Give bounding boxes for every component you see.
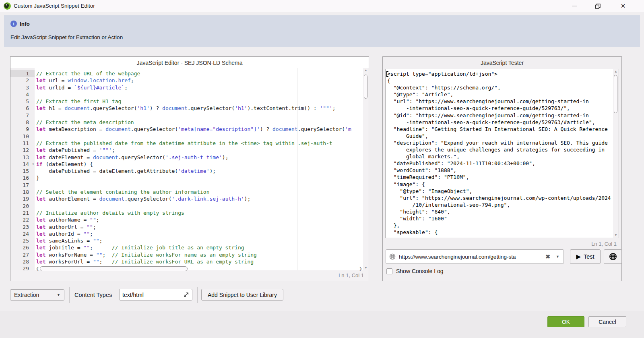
code-line: let dateElement = document.querySelector… [36, 154, 363, 161]
scroll-left-icon[interactable]: ❮ [35, 267, 40, 271]
globe-icon [389, 253, 396, 260]
gutter-line-number: 8 [10, 119, 35, 126]
gutter-line-number: 15 [10, 168, 35, 174]
code-line: let datePublished = '""'; [36, 147, 363, 153]
code-line: // Extract the first H1 tag [36, 98, 363, 105]
clear-url-icon[interactable]: ✖ [545, 253, 550, 260]
show-console-log-row: Show Console Log [386, 268, 444, 274]
chevron-down-icon: ▼ [57, 293, 60, 297]
gutter-line-number: 23 [10, 224, 35, 230]
gutter-line-number: 19 [10, 195, 35, 202]
code-line: let jobTitle = ""; // Initialize job tit… [36, 244, 363, 251]
editor-horizontal-scrollbar[interactable]: ❮ ❯ [35, 265, 363, 272]
show-console-log-label: Show Console Log [396, 268, 444, 274]
scroll-right-icon[interactable]: ❯ [358, 267, 363, 271]
code-line: // Initialize author details with empty … [36, 209, 363, 216]
minimize-button[interactable] [567, 0, 582, 12]
code-line [36, 133, 363, 140]
app-icon [3, 2, 11, 10]
scroll-up-icon[interactable]: ▲ [363, 68, 369, 73]
scroll-down-icon[interactable]: ▼ [363, 265, 369, 270]
cancel-button[interactable]: Cancel [588, 316, 626, 327]
editor-caret-position: Ln 1, Col 1 [339, 272, 364, 278]
code-line: // Select the element containing the aut… [36, 189, 363, 195]
gutter-line-number: 29 [10, 265, 35, 270]
gutter-line-number: 6 [10, 105, 35, 112]
code-line: let authorElement = document.querySelect… [36, 195, 363, 202]
restore-icon [595, 4, 601, 9]
titlebar: Custom JavaScript Snippet Editor ✕ [0, 0, 644, 12]
code-line: if (dateElement) { [36, 161, 363, 168]
code-line: let worksForName = ""; // Initialize wor… [36, 251, 363, 258]
close-button[interactable]: ✕ [614, 0, 632, 12]
ok-button-label: OK [562, 319, 570, 325]
javascript-editor-panel: JavaScript Editor - SEJ JSON-LD Schema 1… [10, 56, 369, 281]
editor-code-area[interactable]: // Extract the URL of the webpagelet url… [35, 68, 363, 270]
editor-vscroll-thumb[interactable] [364, 75, 367, 99]
code-line: let authorUrl = ""; [36, 224, 363, 230]
play-icon: ▶ [576, 253, 581, 260]
gutter-line-number: 22 [10, 216, 35, 223]
fold-marker-icon[interactable]: ▾ [32, 161, 34, 168]
window-title: Custom JavaScript Snippet Editor [14, 0, 95, 12]
javascript-tester-panel: JavaScript Tester <script type="applicat… [382, 56, 622, 281]
scroll-up-icon[interactable]: ▲ [613, 69, 619, 74]
tester-output-area[interactable]: <script type="application/ld+json"> { "@… [385, 69, 619, 238]
editor-status-bar: Ln 1, Col 1 [10, 270, 369, 281]
ok-button[interactable]: OK [547, 316, 584, 327]
code-line: // Extract the URL of the webpage [36, 70, 363, 77]
code-line: let sameAsLinks = ""; [36, 237, 363, 244]
gutter-line-number: 14▾ [10, 161, 35, 168]
gutter-line-number: 3 [10, 84, 35, 91]
add-snippet-label: Add Snippet to User Library [208, 292, 277, 298]
gutter-line-number: 4 [10, 91, 35, 98]
divider [69, 287, 70, 303]
info-icon: i [10, 21, 17, 27]
snippet-type-select[interactable]: Extraction ▼ [10, 289, 64, 301]
tester-caret-position: Ln 1, Col 1 [591, 241, 617, 247]
code-line [36, 91, 363, 98]
gutter-line-number: 11 [10, 140, 35, 147]
test-url-input[interactable] [399, 254, 542, 260]
cancel-button-label: Cancel [599, 319, 616, 325]
editor-gutter: 1234567891011121314▾15161718192021222324… [10, 68, 35, 270]
code-line: let authorName = ""; [36, 216, 363, 223]
code-line: let h1 = document.querySelector('h1') ? … [36, 105, 363, 112]
gutter-line-number: 5 [10, 98, 35, 105]
gutter-line-number: 7 [10, 112, 35, 119]
tester-output-text: <script type="application/ld+json"> { "@… [387, 71, 612, 238]
gutter-line-number: 20 [10, 203, 35, 209]
code-line: let authorId = ""; [36, 230, 363, 237]
open-in-browser-button[interactable] [604, 249, 622, 264]
close-icon: ✕ [621, 2, 626, 10]
gutter-line-number: 27 [10, 251, 35, 258]
show-console-log-checkbox[interactable] [386, 268, 392, 274]
browser-globe-icon [609, 253, 617, 261]
code-line: // Extract the published date from the d… [36, 140, 363, 147]
info-title: Info [20, 21, 30, 27]
code-line: let worksForUrl = ""; // Initialize work… [36, 258, 363, 265]
code-line: datePublished = dateElement.getAttribute… [36, 168, 363, 174]
tester-vscroll-thumb[interactable] [614, 75, 617, 113]
test-url-input-box[interactable]: ✖ ▼ [386, 249, 564, 264]
gutter-line-number: 25 [10, 237, 35, 244]
test-button[interactable]: ▶ Test [570, 249, 601, 264]
gutter-line-number: 13 [10, 154, 35, 161]
editor-vertical-scrollbar[interactable]: ▲ ▼ [363, 68, 369, 270]
tester-vertical-scrollbar[interactable]: ▲ ▼ [613, 69, 619, 238]
gutter-line-number: 18 [10, 189, 35, 195]
content-types-input[interactable] [122, 292, 183, 298]
scroll-down-icon[interactable]: ▼ [613, 233, 619, 238]
code-line: // Extract the meta description [36, 119, 363, 126]
editor-hscroll-thumb[interactable] [40, 266, 188, 271]
gutter-line-number: 17 [10, 182, 35, 189]
expand-icon[interactable] [183, 292, 189, 298]
url-dropdown-icon[interactable]: ▼ [553, 255, 560, 259]
code-line: let metaDescription = document.querySele… [36, 126, 363, 133]
add-snippet-to-user-library-button[interactable]: Add Snippet to User Library [201, 289, 283, 301]
content-types-input-box[interactable] [119, 289, 192, 301]
code-line [36, 203, 363, 209]
code-line: } [36, 174, 363, 181]
restore-button[interactable] [590, 0, 605, 12]
gutter-line-number: 26 [10, 244, 35, 251]
